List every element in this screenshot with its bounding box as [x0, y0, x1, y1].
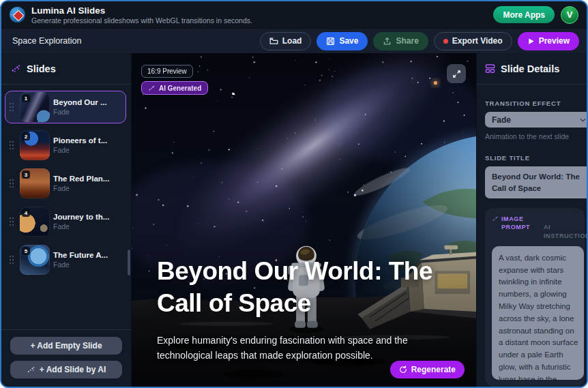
- tab-image-prompt[interactable]: IMAGE PROMPT: [492, 215, 534, 231]
- slide-item-title: Beyond Our ...: [53, 98, 107, 106]
- slide-title: Beyond Our World: The Call of Space: [157, 256, 464, 319]
- regenerate-button[interactable]: Regenerate: [390, 361, 465, 378]
- slide-number-badge: 3: [22, 170, 30, 179]
- save-button[interactable]: Save: [317, 32, 368, 50]
- slide-list-item[interactable]: 4 Journey to th... Fade: [5, 205, 126, 238]
- image-prompt-input[interactable]: A vast, dark cosmic expanse with stars t…: [492, 246, 584, 380]
- drag-handle-icon[interactable]: [7, 255, 16, 265]
- transition-effect-label: TRANSITION EFFECT: [485, 100, 587, 107]
- drag-handle-icon[interactable]: [7, 217, 16, 226]
- avatar[interactable]: V: [561, 6, 578, 24]
- add-empty-slide-button[interactable]: + Add Empty Slide: [10, 337, 122, 355]
- slide-number-badge: 4: [22, 209, 30, 217]
- slide-list-item[interactable]: 2 Pioneers of t... Fade: [5, 129, 126, 162]
- slide-item-title: The Red Plan...: [53, 175, 109, 183]
- sparkles-icon: [11, 63, 21, 74]
- slide-item-transition: Fade: [53, 260, 108, 269]
- sparkle-icon: [492, 215, 499, 222]
- load-icon: [269, 37, 278, 46]
- project-name: Space Exploration: [12, 36, 81, 46]
- details-panel-title: Slide Details: [501, 63, 559, 74]
- slide-thumb: 4: [20, 207, 50, 237]
- toolbar: Space Exploration Load Save Share Export…: [1, 28, 587, 53]
- slide-item-title: Pioneers of t...: [53, 136, 107, 145]
- layout-icon: [485, 63, 495, 74]
- slide-title-input[interactable]: Beyond Our World: The Call of Space: [485, 166, 587, 198]
- slide-number-badge: 1: [22, 94, 30, 102]
- transition-help: Animation to the next slide: [485, 132, 587, 140]
- drag-handle-icon[interactable]: [7, 140, 16, 150]
- save-icon: [326, 37, 335, 46]
- app-header: Lumina AI Slides Generate professional s…: [1, 1, 587, 28]
- play-icon: [527, 38, 535, 45]
- regenerate-icon: [399, 365, 407, 374]
- preview-button[interactable]: Preview: [518, 32, 579, 50]
- slides-panel-title: Slides: [27, 63, 56, 74]
- slide-item-title: The Future A...: [53, 251, 108, 259]
- slide-item-transition: Fade: [53, 108, 107, 116]
- sparkle-icon: [148, 85, 156, 92]
- slide-list: 1 Beyond Our ... Fade 2 Pioneers of t...…: [1, 85, 131, 329]
- drag-handle-icon[interactable]: [7, 102, 16, 112]
- slide-thumb: 3: [20, 168, 50, 198]
- slide-item-transition: Fade: [53, 146, 107, 154]
- app-window: Lumina AI Slides Generate professional s…: [0, 0, 588, 388]
- slide-thumb: 1: [20, 92, 50, 122]
- add-slide-by-ai-button[interactable]: + Add Slide by AI: [10, 361, 122, 378]
- drag-handle-icon[interactable]: [7, 179, 16, 188]
- sidebar-scrollbar[interactable]: [128, 250, 130, 275]
- record-dot-icon: [443, 39, 448, 44]
- expand-icon: [452, 70, 461, 78]
- expand-button[interactable]: [447, 64, 466, 83]
- slide-list-item[interactable]: 3 The Red Plan... Fade: [5, 167, 126, 200]
- slide-item-title: Journey to th...: [53, 213, 109, 221]
- slide-list-item[interactable]: 1 Beyond Our ... Fade: [5, 91, 126, 123]
- export-video-button[interactable]: Export Video: [434, 32, 512, 50]
- slide-thumb: 2: [20, 130, 50, 160]
- details-panel: Slide Details TRANSITION EFFECT Fade Ani…: [476, 53, 587, 387]
- app-subtitle: Generate professional slideshows with We…: [31, 16, 252, 25]
- slide-thumb: 5: [20, 245, 50, 275]
- slide-number-badge: 2: [22, 132, 30, 140]
- slide-description: Explore humanity's enduring fascination …: [157, 333, 417, 363]
- slide-list-item[interactable]: 5 The Future A... Fade: [5, 243, 126, 276]
- tab-ai-instructions[interactable]: AI INSTRUCTIONS: [544, 215, 587, 239]
- aspect-ratio-badge: 16:9 Preview: [141, 65, 193, 78]
- slides-sidebar: Slides 1 Beyond Our ... Fade 2 Pioneers …: [1, 53, 132, 387]
- app-logo-icon: [10, 7, 25, 23]
- more-apps-button[interactable]: More Apps: [493, 6, 555, 23]
- slide-item-transition: Fade: [53, 184, 109, 192]
- app-title: Lumina AI Slides: [31, 5, 252, 16]
- share-icon: [383, 37, 392, 46]
- slide-item-transition: Fade: [53, 222, 109, 230]
- share-button[interactable]: Share: [373, 32, 428, 50]
- transition-select[interactable]: Fade: [485, 112, 587, 128]
- ai-generated-badge: AI Generated: [141, 81, 208, 95]
- slide-title-label: SLIDE TITLE: [485, 154, 587, 162]
- slide-number-badge: 5: [22, 247, 30, 255]
- prompt-card: IMAGE PROMPT AI INSTRUCTIONS A vast, dar…: [485, 208, 585, 387]
- load-button[interactable]: Load: [260, 32, 312, 50]
- ai-sparkles-icon: [27, 365, 35, 374]
- chevron-down-icon: [580, 118, 586, 122]
- slide-preview: 16:9 Preview AI Generated Beyond Our Wor…: [132, 53, 476, 387]
